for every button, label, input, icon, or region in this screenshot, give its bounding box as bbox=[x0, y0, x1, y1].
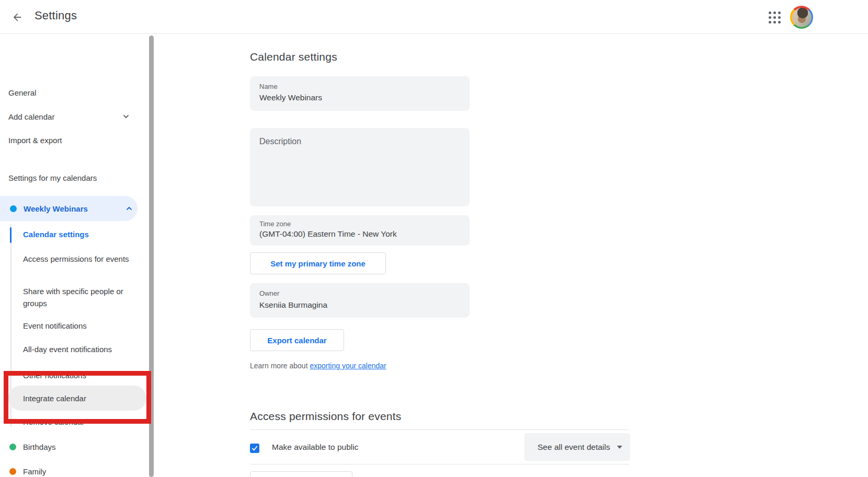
sidebar-section-title: Settings for my calendars bbox=[8, 173, 97, 182]
calendar-color-dot bbox=[10, 205, 17, 212]
owner-field: Owner Kseniia Burmagina bbox=[250, 283, 470, 318]
arrow-left-icon bbox=[12, 11, 23, 23]
google-calendar-settings-page: Settings General Add calendar Import & e… bbox=[0, 0, 868, 477]
back-button[interactable] bbox=[7, 7, 27, 27]
checkmark-icon bbox=[251, 445, 258, 452]
sidebar-item-weekly-webinars[interactable]: Weekly Webinars bbox=[0, 196, 138, 221]
sidebar-item-all-day-notifications[interactable]: All-day event notifications bbox=[23, 343, 132, 355]
make-available-public-label[interactable]: Make available to public bbox=[272, 443, 358, 452]
account-avatar[interactable] bbox=[790, 6, 813, 29]
name-field[interactable]: Name Weekly Webinars bbox=[250, 76, 470, 111]
sidebar-item-family[interactable]: Family bbox=[9, 467, 46, 476]
sidebar-item-integrate-calendar[interactable]: Integrate calendar bbox=[8, 386, 146, 411]
section-divider bbox=[250, 429, 629, 430]
export-calendar-button[interactable]: Export calendar bbox=[250, 329, 344, 351]
sidebar-item-access-permissions[interactable]: Access permissions for events bbox=[23, 253, 132, 265]
settings-sidebar: General Add calendar Import & export Set… bbox=[0, 34, 155, 477]
chevron-up-icon bbox=[125, 205, 133, 212]
avatar-photo bbox=[792, 8, 812, 27]
sidebar-item-calendar-settings[interactable]: Calendar settings bbox=[23, 228, 132, 240]
apps-grid-icon bbox=[769, 11, 781, 24]
sidebar-item-event-notifications[interactable]: Event notifications bbox=[23, 320, 132, 332]
make-available-public-checkbox[interactable] bbox=[250, 444, 259, 453]
timezone-field[interactable]: Time zone (GMT-04:00) Eastern Time - New… bbox=[250, 215, 470, 246]
timezone-field-value: (GMT-04:00) Eastern Time - New York bbox=[259, 229, 397, 239]
sidebar-item-other-notifications[interactable]: Other notifications bbox=[23, 369, 132, 381]
calendar-name-label: Weekly Webinars bbox=[24, 204, 88, 213]
active-item-indicator bbox=[10, 227, 12, 243]
caret-down-icon bbox=[617, 446, 622, 449]
row-divider bbox=[250, 464, 629, 464]
timezone-field-label: Time zone bbox=[259, 220, 291, 228]
top-app-bar: Settings bbox=[0, 0, 868, 33]
chevron-down-icon bbox=[122, 113, 130, 120]
dropdown-selected-value: See all event details bbox=[538, 443, 610, 452]
section-title-access-permissions: Access permissions for events bbox=[250, 410, 401, 423]
owner-field-value: Kseniia Burmagina bbox=[259, 300, 327, 310]
description-field-placeholder: Description bbox=[259, 137, 301, 146]
exporting-calendar-link[interactable]: exporting your calendar bbox=[310, 362, 386, 370]
settings-main-panel: Calendar settings Name Weekly Webinars D… bbox=[155, 34, 868, 477]
name-field-label: Name bbox=[259, 83, 278, 90]
event-visibility-dropdown[interactable]: See all event details bbox=[524, 433, 630, 461]
sidebar-item-import-export[interactable]: Import & export bbox=[8, 134, 62, 146]
description-field[interactable]: Description bbox=[250, 128, 470, 206]
sidebar-item-add-calendar[interactable]: Add calendar bbox=[8, 111, 54, 123]
sidebar-item-general[interactable]: General bbox=[8, 87, 36, 99]
section-title-calendar-settings: Calendar settings bbox=[250, 51, 337, 63]
google-apps-button[interactable] bbox=[764, 7, 784, 27]
sidebar-item-birthdays[interactable]: Birthdays bbox=[9, 443, 56, 451]
sidebar-item-remove-calendar[interactable]: Remove calendar bbox=[23, 416, 132, 428]
set-primary-timezone-button[interactable]: Set my primary time zone bbox=[250, 252, 386, 274]
sidebar-scrollbar-thumb[interactable] bbox=[149, 36, 154, 477]
calendar-color-dot bbox=[9, 444, 16, 450]
owner-field-label: Owner bbox=[259, 289, 279, 297]
calendar-color-dot bbox=[9, 468, 16, 475]
learn-more-text: Learn more about exporting your calendar bbox=[250, 362, 386, 370]
sidebar-item-share-with-people[interactable]: Share with specific people or groups bbox=[23, 285, 132, 309]
name-field-value: Weekly Webinars bbox=[259, 93, 322, 102]
partially-visible-button[interactable] bbox=[250, 471, 352, 477]
page-title: Settings bbox=[35, 9, 77, 22]
